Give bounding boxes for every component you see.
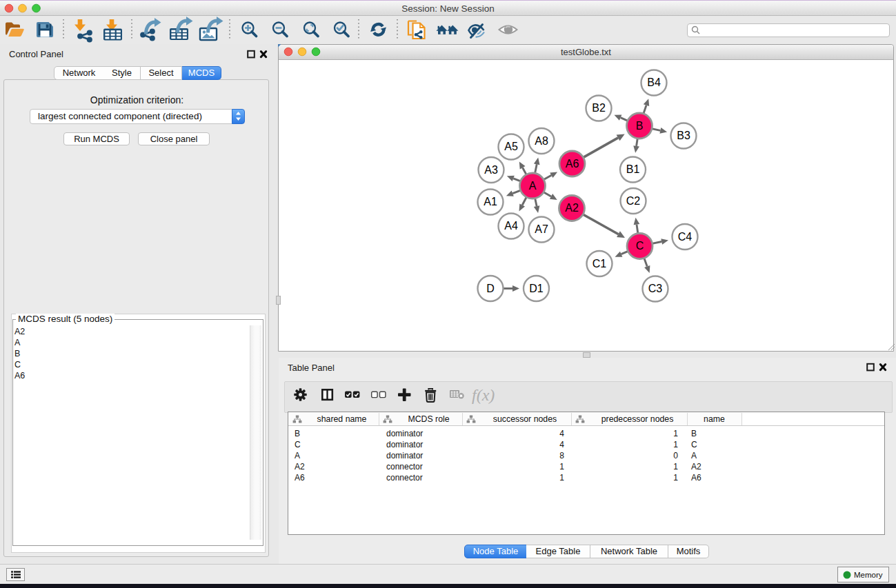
svg-text:f(x): f(x) — [472, 386, 495, 404]
svg-text:A6: A6 — [566, 158, 579, 170]
svg-text:A7: A7 — [535, 223, 548, 235]
svg-text:A8: A8 — [535, 135, 548, 147]
svg-text:B: B — [636, 120, 644, 132]
svg-text:A2: A2 — [565, 202, 579, 214]
svg-text:C: C — [636, 240, 644, 252]
svg-text:C4: C4 — [678, 231, 693, 243]
svg-text:A5: A5 — [504, 141, 518, 152]
svg-text:D1: D1 — [529, 283, 544, 294]
svg-text:A4: A4 — [504, 220, 518, 232]
svg-text:B4: B4 — [647, 77, 661, 88]
svg-text:A: A — [529, 180, 537, 192]
svg-text:B1: B1 — [626, 163, 640, 175]
svg-text:A1: A1 — [484, 196, 497, 207]
svg-text:C1: C1 — [593, 258, 607, 270]
svg-text:D: D — [486, 283, 495, 294]
svg-text:B3: B3 — [677, 130, 690, 141]
svg-text:C3: C3 — [648, 283, 663, 294]
svg-text:A3: A3 — [484, 164, 498, 176]
svg-text:C2: C2 — [626, 195, 641, 207]
svg-text:B2: B2 — [592, 102, 606, 114]
